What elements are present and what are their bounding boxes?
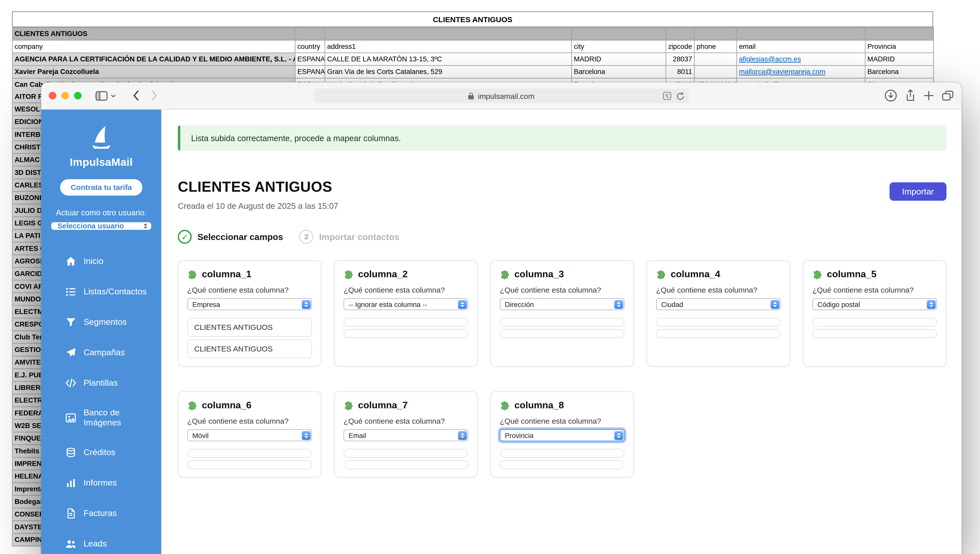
browser-toolbar: impulsamail.com: [41, 82, 962, 109]
funnel-icon: [65, 316, 76, 328]
column-mapping-select-value: -- Ignorar esta columna --: [349, 300, 427, 308]
sheet-cell-city[interactable]: Barcelona: [572, 66, 666, 78]
app-sidebar: ImpulsaMail Contrata tu tarifa Actuar co…: [41, 109, 161, 554]
sheet-cell-company[interactable]: AGENCIA PARA LA CERTIFICACIÓN DE LA CALI…: [13, 53, 296, 65]
sidebar-item-label: Leads: [83, 539, 107, 549]
step-2-circle: 2: [299, 230, 313, 244]
sheet-cell-address1[interactable]: CALLE DE LA MARATÓN 13-15, 3ºC: [325, 53, 572, 65]
sheet-cell-zipcode[interactable]: 8011: [666, 66, 695, 78]
sidebar-item-segmentos[interactable]: Segmentos: [41, 307, 161, 337]
column-mapping-select[interactable]: Móvil: [187, 429, 312, 441]
reload-icon[interactable]: [676, 92, 684, 101]
new-tab-icon[interactable]: [924, 91, 934, 101]
column-mapping-select-value: Email: [349, 431, 366, 439]
column-question-label: ¿Qué contiene esta columna?: [187, 286, 312, 294]
sample-row: [187, 460, 312, 469]
sheet-cell-company[interactable]: Xavier Pareja Cozcolluela: [13, 66, 296, 78]
sheet-header-cell[interactable]: country: [296, 40, 325, 53]
chevron-down-icon[interactable]: [111, 94, 116, 97]
share-icon[interactable]: [905, 89, 915, 102]
sidebar-item-inicio[interactable]: Inicio: [41, 246, 161, 277]
sheet-cell-zipcode[interactable]: 28037: [666, 53, 695, 65]
select-stepper-icon: [458, 300, 467, 309]
chevron-up-icon: [460, 302, 464, 304]
sheet-cell-email[interactable]: afiglesias@accm.es: [737, 53, 865, 65]
toolbar-right-icons: [885, 82, 953, 109]
sample-rows: [344, 318, 468, 338]
send-icon: [65, 347, 76, 358]
sheet-band-cell[interactable]: [737, 28, 865, 40]
sidebar-item-informes[interactable]: Informes: [41, 468, 161, 499]
sidebar-item-facturas[interactable]: Facturas: [41, 498, 161, 529]
zoom-window-button[interactable]: [74, 92, 81, 99]
sheet-band-cell[interactable]: [666, 28, 695, 40]
sidebar-item-label: Informes: [83, 478, 117, 489]
sheet-band-cell[interactable]: [296, 28, 325, 40]
sidebar-item-plantillas[interactable]: Plantillas: [41, 368, 161, 398]
sidebar-item-listas-contactos[interactable]: Listas/Contactos: [41, 277, 161, 307]
translate-icon[interactable]: [663, 92, 671, 100]
column-mapping-select[interactable]: Dirección: [500, 298, 625, 310]
step-1-label: Seleccionar campos: [197, 232, 283, 242]
address-bar[interactable]: impulsamail.com: [314, 89, 689, 103]
sample-row: CLIENTES ANTIGUOS: [187, 318, 312, 337]
sheet-header-cell[interactable]: company: [13, 40, 296, 53]
sheet-band-cell[interactable]: [572, 28, 666, 40]
downloads-icon[interactable]: [885, 89, 897, 102]
sheet-cell-country[interactable]: ESPANA: [296, 53, 325, 65]
tab-overview-icon[interactable]: [942, 91, 953, 101]
sidebar-item-leads[interactable]: Leads: [41, 529, 161, 554]
sample-rows: [812, 318, 937, 338]
column-mapping-select[interactable]: Provincia: [500, 429, 625, 441]
sheet-cell-address1[interactable]: Gran Via de les Corts Catalanes, 529: [325, 66, 572, 78]
column-question-label: ¿Qué contiene esta columna?: [812, 286, 937, 294]
sheet-band-cell[interactable]: CLIENTES ANTIGUOS: [13, 28, 296, 40]
select-stepper-icon: [143, 224, 147, 228]
sheet-cell-provincia[interactable]: Barcelona: [865, 66, 934, 78]
sheet-header-cell[interactable]: phone: [695, 40, 737, 53]
sheet-header-row: companycountryaddress1cityzipcodephoneem…: [13, 40, 934, 53]
column-card-title: columna_8: [514, 399, 564, 410]
sample-rows: [656, 318, 781, 338]
sidebar-item-cr-ditos[interactable]: Créditos: [41, 438, 161, 468]
column-card-title: columna_7: [358, 399, 407, 410]
column-card-title: columna_3: [514, 268, 564, 279]
close-window-button[interactable]: [49, 92, 56, 99]
puzzle-icon: [812, 269, 822, 279]
sample-row: [344, 460, 468, 469]
sheet-header-cell[interactable]: zipcode: [666, 40, 695, 53]
column-card-title: columna_5: [827, 268, 877, 279]
sheet-cell-phone[interactable]: [695, 53, 737, 65]
column-mapping-select[interactable]: Ciudad: [656, 298, 781, 310]
chevron-down-icon: [773, 305, 776, 307]
sheet-cell-phone[interactable]: [695, 66, 737, 78]
minimize-window-button[interactable]: [61, 92, 69, 99]
column-card-header: columna_2: [344, 268, 468, 279]
sidebar-toggle-icon[interactable]: [95, 91, 108, 101]
column-mapping-select[interactable]: -- Ignorar esta columna --: [344, 298, 468, 310]
column-mapping-select[interactable]: Código postal: [812, 298, 937, 310]
sheet-cell-provincia[interactable]: MADRID: [865, 53, 934, 65]
puzzle-icon: [656, 269, 666, 279]
forward-button[interactable]: [151, 90, 158, 101]
sidebar-item-banco-de-im-genes[interactable]: Banco de Imágenes: [41, 398, 161, 438]
column-question-label: ¿Qué contiene esta columna?: [500, 417, 625, 425]
step-1-circle: ✓: [178, 230, 192, 244]
back-button[interactable]: [132, 90, 139, 101]
sheet-header-cell[interactable]: email: [737, 40, 865, 53]
sheet-cell-city[interactable]: MADRID: [572, 53, 666, 65]
sheet-band-cell[interactable]: [325, 28, 572, 40]
column-mapping-select[interactable]: Email: [344, 429, 468, 441]
sheet-header-cell[interactable]: address1: [325, 40, 572, 53]
sheet-cell-country[interactable]: ESPANA: [296, 66, 325, 78]
contract-plan-button[interactable]: Contrata tu tarifa: [60, 179, 143, 195]
sidebar-item-campa-as[interactable]: Campañas: [41, 337, 161, 368]
sheet-header-cell[interactable]: Provincia: [865, 40, 934, 53]
import-button[interactable]: Importar: [889, 182, 946, 201]
impersonate-select[interactable]: Selecciona usuario: [51, 222, 151, 230]
column-mapping-select[interactable]: Empresa: [187, 298, 312, 310]
sheet-band-cell[interactable]: [695, 28, 737, 40]
sheet-band-cell[interactable]: [865, 28, 934, 40]
sheet-header-cell[interactable]: city: [572, 40, 666, 53]
sheet-cell-email[interactable]: mallorca@xavierpareja.com: [737, 66, 865, 78]
